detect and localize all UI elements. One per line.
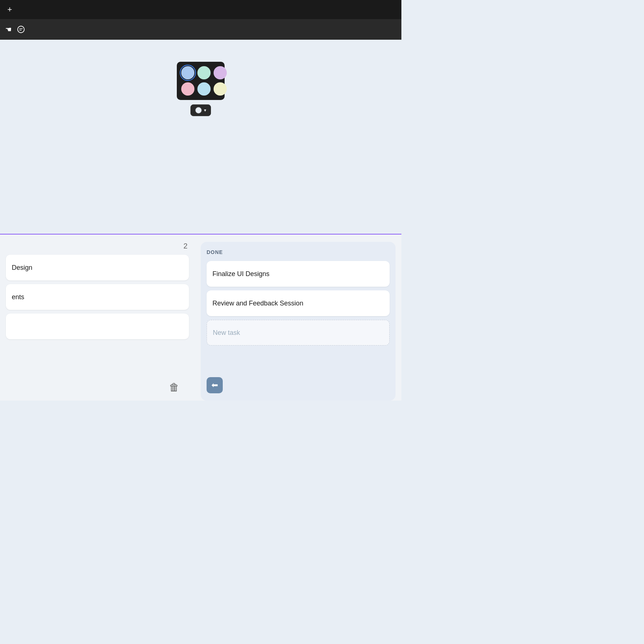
- list-item[interactable]: Review and Feedback Session: [207, 290, 390, 316]
- column-done: DONE Finalize UI Designs Review and Feed…: [195, 242, 401, 401]
- top-bar: +: [0, 0, 401, 19]
- task-label: Review and Feedback Session: [212, 300, 303, 307]
- done-column-footer: ⬅: [207, 374, 390, 393]
- toolbar: ☚: [0, 19, 401, 40]
- task-label: ents: [12, 293, 24, 301]
- color-trigger-chevron: ▾: [204, 108, 206, 113]
- column-footer-left: 🗑: [169, 381, 179, 393]
- color-swatch-lavender[interactable]: [214, 66, 227, 79]
- hand-tool-icon[interactable]: ☚: [5, 25, 12, 34]
- color-trigger-button[interactable]: ▾: [190, 104, 211, 116]
- color-picker-popup: ▾: [177, 62, 225, 100]
- new-task-card[interactable]: New task: [207, 320, 390, 346]
- task-label: Design: [12, 264, 32, 272]
- color-swatch-pink[interactable]: [181, 82, 194, 96]
- done-column-wrapper: DONE Finalize UI Designs Review and Feed…: [201, 242, 396, 401]
- list-item[interactable]: Finalize UI Designs: [207, 261, 390, 287]
- list-item[interactable]: ents: [6, 284, 189, 310]
- color-trigger-dot: [195, 107, 202, 114]
- chat-icon[interactable]: [17, 25, 25, 33]
- back-arrow-icon: ⬅: [211, 380, 218, 390]
- color-swatch-cyan[interactable]: [197, 82, 211, 96]
- list-item[interactable]: [6, 314, 189, 339]
- color-swatch-blue[interactable]: [181, 66, 194, 79]
- board-area: 2 Design ents 🗑 DONE Finalize UI Designs…: [0, 235, 401, 401]
- add-tab-button[interactable]: +: [4, 4, 15, 15]
- color-swatch-cream[interactable]: [214, 82, 227, 96]
- new-task-placeholder: New task: [213, 329, 240, 337]
- color-swatch-mint[interactable]: [197, 66, 211, 79]
- column-left: 2 Design ents: [0, 242, 195, 401]
- trash-icon[interactable]: 🗑: [169, 382, 179, 393]
- canvas-area: ▾: [0, 40, 401, 235]
- back-button[interactable]: ⬅: [207, 377, 223, 393]
- left-column-count: 2: [6, 242, 189, 250]
- task-label: Finalize UI Designs: [212, 270, 269, 278]
- svg-point-0: [18, 26, 24, 33]
- done-column-header: DONE: [207, 249, 390, 255]
- list-item[interactable]: Design: [6, 255, 189, 280]
